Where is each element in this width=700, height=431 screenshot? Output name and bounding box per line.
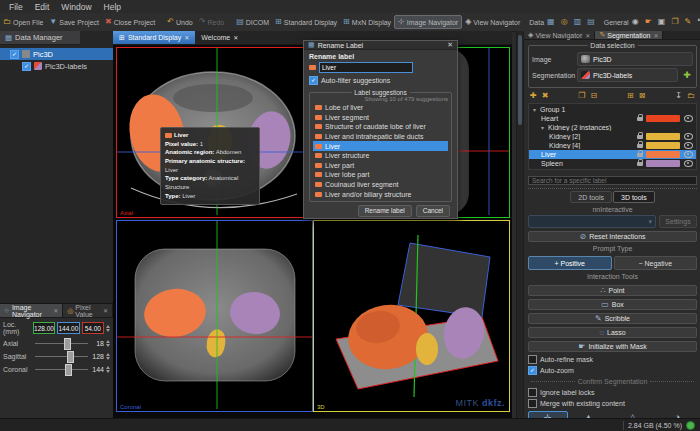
label-name-input[interactable] bbox=[319, 62, 413, 73]
eye-icon[interactable] bbox=[684, 115, 693, 122]
close-icon[interactable]: ✕ bbox=[103, 307, 108, 314]
close-icon[interactable]: ✕ bbox=[585, 32, 590, 39]
spleen-color-swatch[interactable] bbox=[646, 160, 680, 167]
eye-icon[interactable] bbox=[684, 160, 693, 167]
remove-group-icon[interactable]: ⊠ bbox=[639, 91, 646, 100]
close-icon[interactable]: ✕ bbox=[184, 34, 189, 41]
coronal-slider-handle[interactable] bbox=[65, 364, 72, 376]
suggestion-item[interactable]: Liver and/or biliary structure bbox=[313, 189, 448, 199]
suggestion-item[interactable]: Liver segment bbox=[313, 113, 448, 123]
spin-arrows[interactable] bbox=[106, 325, 110, 332]
tab-pixel-value[interactable]: ◎ Pixel Value✕ bbox=[63, 304, 113, 317]
autofilter-checkbox[interactable] bbox=[309, 76, 318, 85]
hand-tool-button[interactable]: ☛ bbox=[642, 16, 655, 28]
suggestion-item[interactable]: Liver structure bbox=[313, 151, 448, 161]
undo-button[interactable]: ↶Undo bbox=[164, 16, 195, 28]
reset-interactions-button[interactable]: ⊘ Reset Interactions bbox=[528, 231, 697, 242]
mxn-display-button[interactable]: ⊞MxN Display bbox=[340, 16, 394, 28]
close-project-button[interactable]: ✖Close Project bbox=[102, 16, 158, 28]
menu-window[interactable]: Window bbox=[56, 2, 96, 12]
data-log-button[interactable]: ▤ bbox=[584, 16, 598, 28]
coronal-viewport[interactable]: Coronal bbox=[116, 220, 313, 412]
clone-button[interactable]: ❐ bbox=[668, 16, 681, 28]
point-tool-button[interactable]: ∴Point bbox=[528, 285, 697, 296]
confirm-segmentation-button[interactable]: Confirm Segmentation bbox=[528, 378, 697, 385]
tool-threshold[interactable]: ▲Threshold bbox=[569, 411, 609, 418]
menu-edit[interactable]: Edit bbox=[30, 2, 55, 12]
visibility-checkbox[interactable] bbox=[22, 62, 31, 71]
label-row-heart[interactable]: Heart bbox=[529, 114, 696, 123]
lock-icon[interactable] bbox=[637, 153, 643, 157]
dialog-title-bar[interactable]: ▦ Rename Label ✕ bbox=[304, 41, 457, 50]
dicom-button[interactable]: ▤DICOM bbox=[233, 16, 272, 28]
close-icon[interactable]: ✕ bbox=[53, 307, 58, 314]
lock-icon[interactable] bbox=[637, 117, 643, 121]
tab-standard-display[interactable]: ⊞ Standard Display✕ bbox=[113, 31, 195, 44]
auto-zoom-checkbox[interactable] bbox=[528, 366, 537, 375]
lasso-tool-button[interactable]: ◌Lasso bbox=[528, 327, 697, 338]
eye-icon[interactable] bbox=[684, 151, 693, 158]
heart-color-swatch[interactable] bbox=[646, 115, 680, 122]
screenshot-button[interactable]: ▣ bbox=[655, 16, 669, 28]
tool-ul-threshold[interactable]: △UL Threshold bbox=[609, 411, 656, 418]
standard-display-button[interactable]: ⊞Standard Display bbox=[272, 16, 340, 28]
redo-button[interactable]: ↷Redo bbox=[196, 16, 227, 28]
remove-instance-icon[interactable]: ⊟ bbox=[590, 91, 597, 100]
coronal-slider[interactable] bbox=[35, 364, 88, 374]
close-icon[interactable]: ✕ bbox=[233, 34, 238, 41]
tab-image-navigator[interactable]: ⊹ Image Navigator✕ bbox=[0, 304, 63, 317]
label-row-spleen[interactable]: Spleen bbox=[529, 159, 696, 168]
loc-z-spinbox[interactable]: 54.00 bbox=[82, 322, 104, 334]
panel-scrollbar[interactable] bbox=[517, 31, 524, 418]
menu-help[interactable]: Help bbox=[99, 2, 126, 12]
label-group-row[interactable]: ▾ Group 1 bbox=[529, 105, 696, 114]
suggestion-item-selected[interactable]: Liver bbox=[313, 141, 448, 151]
spin-arrows[interactable] bbox=[106, 340, 110, 347]
tab-view-navigator[interactable]: ◈ View Navigator✕ bbox=[524, 31, 595, 39]
open-file-button[interactable]: 🗀Open File bbox=[0, 16, 46, 28]
axial-slider-handle[interactable] bbox=[64, 338, 71, 350]
label-row-kidney-parent[interactable]: ▾ Kidney (2 instances) bbox=[529, 123, 696, 132]
image-navigator-button[interactable]: ⊹Image Navigator bbox=[394, 15, 462, 29]
dialog-close-icon[interactable]: ✕ bbox=[447, 41, 453, 49]
loc-x-spinbox[interactable]: 128.00 bbox=[33, 322, 55, 334]
data-search-button[interactable]: ◎ bbox=[558, 16, 571, 28]
axial-slider[interactable] bbox=[35, 338, 88, 348]
tab-2d-tools[interactable]: 2D tools bbox=[570, 191, 612, 203]
eye-icon[interactable] bbox=[684, 133, 693, 140]
negative-prompt-button[interactable]: − Negative bbox=[614, 256, 698, 270]
image-selector[interactable]: Pic3D bbox=[577, 52, 693, 66]
add-label-icon[interactable]: ✚ bbox=[530, 91, 537, 100]
settings-button[interactable]: Settings bbox=[659, 215, 697, 228]
collapse-icon[interactable]: ▾ bbox=[533, 106, 540, 113]
data-properties-button[interactable]: ▥ bbox=[571, 16, 585, 28]
suggestion-item[interactable]: Liver lobe part bbox=[313, 170, 448, 180]
collapse-icon[interactable]: ▾ bbox=[541, 124, 548, 131]
eye-icon[interactable] bbox=[684, 142, 693, 149]
suggestion-item[interactable]: Liver part bbox=[313, 161, 448, 171]
tool-otsu[interactable]: ◑Otsu bbox=[657, 411, 697, 418]
add-group-icon[interactable]: ⊞ bbox=[627, 91, 634, 100]
suggestion-item[interactable]: Couinaud liver segment bbox=[313, 180, 448, 190]
backend-combo[interactable]: ▾ bbox=[528, 215, 656, 228]
suggestion-item[interactable]: Liver and intrahepatic bile ducts bbox=[313, 132, 448, 142]
kidney-color-swatch[interactable] bbox=[646, 142, 680, 149]
menu-file[interactable]: File bbox=[4, 2, 28, 12]
rename-label-button[interactable]: Rename label bbox=[358, 205, 412, 217]
visibility-button[interactable]: ◉ bbox=[629, 16, 642, 28]
data-node-pic3d-labels[interactable]: Pic3D-labels bbox=[0, 60, 113, 72]
threed-viewport[interactable]: 3D MITK dkfz. bbox=[313, 220, 510, 412]
save-project-button[interactable]: ▼Save Project bbox=[46, 16, 102, 28]
close-icon[interactable]: ✕ bbox=[653, 32, 658, 39]
initialize-with-mask-button[interactable]: ☛Initialize with Mask bbox=[528, 341, 697, 352]
comment-button[interactable]: ❝ bbox=[694, 16, 700, 28]
view-navigator-button[interactable]: ◈View Navigator bbox=[462, 16, 523, 28]
label-color-swatch[interactable] bbox=[309, 65, 316, 70]
add-instance-icon[interactable]: ❐ bbox=[578, 91, 585, 100]
annotation-button[interactable]: ✎ bbox=[682, 16, 695, 28]
sagittal-slider-handle[interactable] bbox=[67, 351, 74, 363]
save-labelset-icon[interactable]: ↧ bbox=[675, 91, 682, 100]
tool-nninteractive[interactable]: ✛nnInteractive bbox=[528, 411, 568, 418]
liver-color-swatch[interactable] bbox=[646, 151, 680, 158]
spin-arrows[interactable] bbox=[106, 353, 110, 360]
